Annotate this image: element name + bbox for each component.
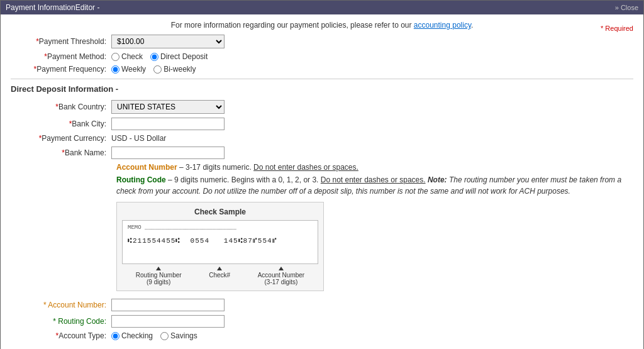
bank-name-label: *Bank Name:	[11, 148, 111, 157]
acct-hint-label: Account Number	[116, 163, 177, 172]
payment-threshold-row: *Payment Threshold: $100.00 $500.00 $100…	[11, 35, 633, 48]
direct-deposit-radio[interactable]	[150, 53, 158, 61]
bank-country-row: *Bank Country: UNITED STATES	[11, 100, 633, 114]
checking-option[interactable]: Checking	[111, 331, 153, 340]
section-divider	[11, 79, 633, 79]
routing-hint-label: Routing Code	[116, 175, 166, 184]
note-label: Note:	[428, 175, 447, 184]
routing-arrow	[156, 267, 161, 270]
payment-method-label: *Payment Method:	[11, 52, 111, 61]
memo-line: MEMO ___________________________	[128, 224, 313, 231]
routing-label-text: Routing Number	[136, 272, 182, 279]
payment-currency-value: USD - US Dollar	[111, 134, 166, 143]
account-number-field-label: * Account Number:	[11, 301, 111, 309]
routing-code-hint: Routing Code – 9 digits numeric. Begins …	[116, 174, 632, 197]
direct-deposit-section: Direct Deposit Information - *Bank Count…	[11, 84, 633, 340]
direct-deposit-option[interactable]: Direct Deposit	[150, 52, 208, 61]
account-digits: (3-17 digits)	[265, 279, 298, 285]
section-title: Direct Deposit Information -	[11, 84, 633, 94]
payment-method-options: Check Direct Deposit	[111, 52, 208, 61]
account-number-label: Account Number (3-17 digits)	[258, 267, 304, 285]
close-button[interactable]: » Close	[615, 4, 638, 11]
check-sample-box: Check Sample MEMO ______________________…	[116, 202, 324, 291]
check-labels: Routing Number (9 digits) Check# Account…	[122, 267, 318, 285]
biweekly-radio[interactable]	[153, 65, 162, 74]
weekly-option[interactable]: Weekly	[111, 65, 146, 74]
account-number-input[interactable]	[111, 299, 225, 311]
check-radio[interactable]	[111, 53, 119, 61]
account-type-options: Checking Savings	[111, 331, 197, 340]
accounting-policy-link[interactable]: accounting policy	[414, 21, 471, 30]
savings-option[interactable]: Savings	[160, 331, 197, 340]
payment-method-row: *Payment Method: Check Direct Deposit	[11, 52, 633, 61]
info-text2: .	[471, 21, 473, 30]
account-number-row: * Account Number:	[11, 299, 633, 311]
bank-country-select[interactable]: UNITED STATES	[111, 100, 225, 114]
routing-label: Routing Number (9 digits)	[136, 267, 182, 285]
payment-threshold-select[interactable]: $100.00 $500.00 $1000.00	[111, 35, 225, 48]
routing-code-field-label: * Routing Code:	[11, 317, 111, 326]
acct-no-dash: Do not enter dashes or spaces.	[253, 163, 358, 172]
check-image: MEMO ___________________________ ⑆211554…	[122, 220, 318, 264]
check-sample-title: Check Sample	[122, 208, 318, 216]
payment-currency-label: *Payment Currency:	[11, 134, 111, 143]
routing-digits: (9 digits)	[147, 279, 170, 285]
info-text1: For more information regarding our payme…	[171, 21, 414, 30]
check-hash-label: Check#	[209, 267, 230, 285]
routing-code-input[interactable]	[111, 315, 225, 328]
routing-no-dash: Do not enter dashes or spaces.	[321, 175, 426, 184]
payment-frequency-row: *Payment Frequency: Weekly Bi-weekly	[11, 65, 633, 74]
content-area: For more information regarding our payme…	[1, 14, 643, 349]
micr-line: ⑆211554455⑆ 0554 145⑆87⑈554⑈	[128, 237, 313, 245]
checking-radio[interactable]	[111, 332, 119, 340]
account-type-row: *Account Type: Checking Savings	[11, 331, 633, 340]
account-number-arrow	[279, 267, 284, 270]
check-option[interactable]: Check	[111, 52, 143, 61]
app-window: Payment InformationEditor - » Close For …	[0, 0, 644, 349]
check-hash-arrow	[217, 267, 222, 270]
bank-country-label: *Bank Country:	[11, 102, 111, 111]
check-hash-text: Check#	[209, 272, 230, 279]
window-title: Payment InformationEditor -	[6, 3, 99, 12]
account-number-hint: Account Number – 3-17 digits numeric. Do…	[116, 163, 633, 172]
title-bar: Payment InformationEditor - » Close	[1, 1, 643, 14]
weekly-radio[interactable]	[111, 65, 119, 74]
account-type-label: *Account Type:	[11, 331, 111, 340]
payment-currency-row: *Payment Currency: USD - US Dollar	[11, 134, 633, 143]
bank-name-input[interactable]	[111, 147, 225, 159]
bank-city-input[interactable]	[111, 118, 225, 130]
bank-name-row: *Bank Name:	[11, 147, 633, 159]
routing-hint-text: – 9 digits numeric. Begins with a 0, 1, …	[166, 175, 319, 184]
payment-frequency-label: *Payment Frequency:	[11, 65, 111, 74]
acct-hint-text: – 3-17 digits numeric.	[177, 163, 252, 172]
bank-city-label: *Bank City:	[11, 119, 111, 128]
check-hash-sub	[219, 279, 221, 285]
savings-radio[interactable]	[160, 332, 169, 340]
account-number-text: Account Number	[258, 272, 304, 279]
bank-city-row: *Bank City:	[11, 118, 633, 130]
payment-frequency-options: Weekly Bi-weekly	[111, 65, 196, 74]
routing-code-row: * Routing Code:	[11, 315, 633, 328]
payment-threshold-label: *Payment Threshold:	[11, 37, 111, 46]
biweekly-option[interactable]: Bi-weekly	[153, 65, 196, 74]
